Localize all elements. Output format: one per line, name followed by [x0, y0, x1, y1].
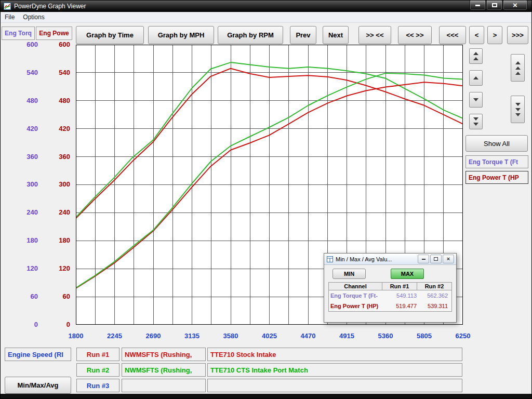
graph-by-time-button[interactable]: Graph by Time	[76, 26, 144, 44]
power-axis-labels: 600540480420360300240180120600	[46, 41, 70, 328]
scroll-left-button[interactable]: <	[469, 26, 484, 44]
chevron-up-icon	[473, 76, 478, 79]
zoom-in-button[interactable]: >> <<	[358, 26, 391, 44]
scroll-fast-right-button[interactable]: >>>	[507, 26, 528, 44]
pan-down-button[interactable]	[511, 96, 525, 123]
channel-name: Eng Power T (HP)	[329, 303, 383, 309]
graph-by-rpm-button[interactable]: Graph by RPM	[218, 26, 283, 44]
x-tick-label: 5360	[374, 332, 397, 340]
run2-operator: NWMSFTS (Rushing,	[122, 363, 206, 377]
window-controls: ×	[469, 1, 527, 10]
x-tick-label: 2245	[103, 332, 126, 340]
graph-by-mph-button[interactable]: Graph by MPH	[148, 26, 214, 44]
triple-chevron-up-icon	[515, 61, 521, 64]
y-tick-label: 180	[26, 237, 38, 244]
y-tick-label: 180	[59, 237, 70, 244]
x-tick-label: 4025	[258, 332, 281, 340]
x-tick-label: 5805	[413, 332, 436, 340]
column-channel[interactable]: Channel	[328, 282, 382, 290]
minmaxavg-button[interactable]: Min/Max/Avg	[5, 377, 71, 394]
x-tick-label: 3580	[219, 332, 242, 340]
y-tick-label: 360	[26, 153, 38, 161]
x-tick-label: 3135	[181, 332, 204, 340]
minmax-close-button[interactable]: ×	[443, 255, 454, 263]
prev-button[interactable]: Prev	[290, 26, 316, 44]
y-tick-label: 0	[34, 321, 38, 328]
run1-description: TTE710 Stock Intake	[207, 348, 462, 361]
double-chevron-up-icon	[473, 52, 478, 55]
window-title: PowerDyne Graph Viewer	[14, 3, 86, 10]
scroll-right-button[interactable]: >	[487, 26, 502, 44]
legend-eng-power[interactable]: Eng Power T (HP	[466, 171, 528, 184]
minmax-window-icon	[327, 256, 333, 262]
maximize-button[interactable]	[486, 1, 502, 10]
minmax-table-header: Channel Run #1 Run #2	[328, 282, 452, 290]
close-button[interactable]: ×	[503, 1, 527, 10]
y-tick-label: 120	[26, 265, 38, 272]
minimize-icon	[475, 5, 480, 6]
run3-description	[207, 379, 462, 392]
x-tick-label: 4470	[297, 332, 320, 340]
minimize-button[interactable]	[470, 1, 486, 10]
y-tick-label: 300	[59, 181, 70, 188]
close-icon: ×	[447, 256, 450, 262]
y-tick-label: 240	[26, 209, 38, 216]
minmax-restore-button[interactable]	[430, 255, 442, 263]
column-run1[interactable]: Run #1	[382, 282, 417, 290]
x-tick-label: 1800	[64, 332, 87, 340]
next-button[interactable]: Next	[323, 26, 349, 44]
restore-icon	[434, 257, 438, 261]
pan-up-button[interactable]	[511, 54, 525, 82]
scale-up-button[interactable]	[469, 70, 483, 86]
title-bar: PowerDyne Graph Viewer ×	[1, 1, 531, 12]
y-tick-label: 420	[59, 125, 70, 132]
menu-file[interactable]: File	[1, 12, 19, 22]
y-tick-label: 480	[59, 97, 70, 104]
y-tick-label: 600	[26, 41, 38, 48]
y-tick-label: 60	[63, 293, 70, 300]
scale-down-button[interactable]	[469, 92, 483, 108]
triple-chevron-down-icon	[515, 103, 521, 106]
column-run2[interactable]: Run #2	[417, 282, 452, 290]
minmax-table: Channel Run #1 Run #2 Eng Torque T (Ft- …	[328, 282, 452, 312]
y-tick-label: 360	[59, 153, 70, 161]
max-toggle-button[interactable]: MAX	[391, 269, 424, 279]
minmax-table-body: Eng Torque T (Ft- 549.113 562.362 Eng Po…	[328, 290, 452, 312]
channel-name: Eng Torque T (Ft-	[329, 292, 383, 299]
scale-down-fast-button[interactable]	[469, 114, 483, 129]
scroll-fast-left-button[interactable]: <<<	[439, 26, 466, 44]
y-tick-label: 300	[26, 181, 38, 188]
minmax-title-bar[interactable]: Min / Max / Avg Valu... ×	[324, 254, 456, 265]
y-tick-label: 240	[59, 209, 70, 216]
minmax-window-controls: ×	[417, 255, 454, 263]
minmax-window-title: Min / Max / Avg Valu...	[336, 256, 417, 262]
y-tick-label: 0	[66, 321, 70, 328]
legend-eng-torque[interactable]: Eng Torque T (Ft	[466, 155, 528, 168]
scale-up-fast-button[interactable]	[469, 48, 483, 64]
y-tick-label: 60	[31, 293, 38, 300]
close-icon: ×	[513, 1, 517, 9]
table-row: Eng Power T (HP) 519.477 539.311	[329, 301, 451, 311]
table-row: Eng Torque T (Ft- 549.113 562.362	[329, 290, 451, 301]
double-chevron-down-icon	[473, 117, 478, 121]
y-tick-label: 600	[59, 41, 70, 48]
x-channel-box: Engine Speed (RI	[5, 348, 71, 361]
show-all-button[interactable]: Show All	[466, 135, 528, 152]
run2-label: Run #2	[76, 363, 119, 377]
run1-label: Run #1	[76, 348, 119, 361]
run2-description: TTE710 CTS Intake Port Match	[207, 363, 462, 377]
zoom-out-button[interactable]: << >>	[398, 26, 432, 44]
run1-value: 519.477	[383, 303, 417, 309]
run2-value: 539.311	[417, 303, 450, 309]
app-window: PowerDyne Graph Viewer × File Options En…	[0, 0, 532, 399]
chevron-down-icon	[473, 98, 478, 101]
menu-options[interactable]: Options	[19, 12, 48, 22]
minimize-icon	[422, 259, 425, 260]
minmax-minimize-button[interactable]	[418, 255, 429, 263]
y-tick-label: 120	[59, 265, 70, 272]
min-toggle-button[interactable]: MIN	[332, 269, 366, 279]
maximize-icon	[492, 3, 497, 7]
tab-eng-power[interactable]: Eng Powe	[36, 26, 72, 40]
tab-eng-torque[interactable]: Eng Torq	[2, 26, 35, 40]
torque-axis-labels: 600540480420360300240180120600	[14, 41, 38, 328]
